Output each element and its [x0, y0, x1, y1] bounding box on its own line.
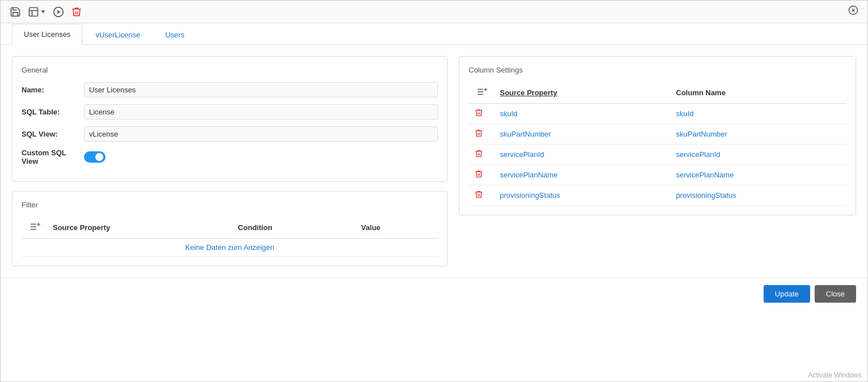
filter-no-data-row: Keine Daten zum Anzeigen — [22, 239, 438, 257]
column-name-cell: servicePlanName — [671, 165, 847, 185]
table-row: servicePlanNameservicePlanName — [469, 165, 846, 185]
delete-row-icon[interactable] — [474, 192, 483, 201]
main-window: ▼ User Licenses — [0, 0, 868, 382]
delete-row-icon[interactable] — [474, 151, 483, 160]
col-settings-name-header: Column Name — [671, 82, 847, 104]
save-icon[interactable] — [10, 6, 21, 18]
sql-view-input[interactable] — [84, 126, 438, 142]
delete-row-icon[interactable] — [474, 110, 483, 119]
tab-users[interactable]: Users — [153, 24, 196, 45]
left-panel: General Name: SQL Table: SQL View: Custo… — [12, 56, 448, 266]
svg-rect-0 — [30, 7, 38, 16]
col-settings-source-header: Source Property — [494, 82, 671, 104]
main-content: General Name: SQL Table: SQL View: Custo… — [1, 45, 867, 278]
tab-vuserlicense[interactable]: vUserLicense — [83, 24, 152, 45]
source-property-cell: skuPartNumber — [494, 124, 671, 145]
tab-user-licenses[interactable]: User Licenses — [12, 24, 82, 45]
filter-no-data: Keine Daten zum Anzeigen — [22, 239, 438, 257]
custom-sql-toggle-container — [84, 151, 106, 163]
filter-add-row-button[interactable] — [27, 222, 41, 232]
close-button[interactable]: Close — [815, 285, 856, 303]
sql-table-row: SQL Table: — [22, 104, 438, 120]
row-delete-cell — [469, 145, 494, 165]
footer: Update Close — [1, 278, 867, 309]
table-row: skuIdskuId — [469, 104, 846, 124]
name-label: Name: — [22, 86, 84, 94]
filter-source-property-header: Source Property — [47, 217, 232, 239]
row-delete-cell — [469, 104, 494, 124]
svg-marker-4 — [57, 10, 60, 14]
toolbar: ▼ — [1, 1, 867, 23]
sql-view-row: SQL View: — [22, 126, 438, 142]
column-name-cell: skuPartNumber — [671, 124, 847, 145]
column-add-row-button[interactable] — [474, 87, 488, 97]
play-icon[interactable] — [53, 6, 64, 18]
row-delete-cell — [469, 124, 494, 145]
source-property-cell: skuId — [494, 104, 671, 124]
sql-view-label: SQL View: — [22, 130, 84, 138]
activate-windows-watermark: Activate Windows — [808, 371, 862, 379]
column-settings-title: Column Settings — [469, 66, 846, 74]
delete-icon[interactable] — [71, 6, 82, 18]
table-row: skuPartNumberskuPartNumber — [469, 124, 846, 145]
custom-sql-label: Custom SQL View — [22, 148, 84, 165]
dropdown-arrow-icon: ▼ — [40, 9, 46, 15]
source-property-cell: provisioningStatus — [494, 185, 671, 206]
tabs-bar: User Licenses vUserLicense Users — [1, 23, 867, 45]
custom-sql-row: Custom SQL View — [22, 148, 438, 165]
name-input[interactable] — [84, 82, 438, 97]
table-row: servicePlanIdservicePlanId — [469, 145, 846, 165]
filter-section: Filter — [12, 191, 448, 266]
filter-title: Filter — [22, 201, 438, 209]
delete-row-icon[interactable] — [474, 171, 483, 180]
source-property-cell: servicePlanId — [494, 145, 671, 165]
update-button[interactable]: Update — [764, 285, 810, 303]
general-section: General Name: SQL Table: SQL View: Custo… — [12, 56, 448, 182]
right-panel: Column Settings — [459, 56, 856, 266]
name-row: Name: — [22, 82, 438, 97]
filter-table: Source Property Condition Value Keine Da… — [22, 217, 438, 257]
sql-table-label: SQL Table: — [22, 108, 84, 116]
sql-table-input[interactable] — [84, 104, 438, 120]
row-delete-cell — [469, 185, 494, 206]
column-name-cell: servicePlanId — [671, 145, 847, 165]
source-property-cell: servicePlanName — [494, 165, 671, 185]
save-dropdown[interactable]: ▼ — [28, 6, 46, 18]
column-name-cell: provisioningStatus — [671, 185, 847, 206]
delete-row-icon[interactable] — [474, 130, 483, 139]
column-settings-table: Source Property Column Name skuIdskuId s… — [469, 82, 846, 206]
filter-value-header: Value — [356, 217, 438, 239]
general-title: General — [22, 66, 438, 74]
row-delete-cell — [469, 165, 494, 185]
column-name-cell: skuId — [671, 104, 847, 124]
table-row: provisioningStatusprovisioningStatus — [469, 185, 846, 206]
filter-condition-header: Condition — [232, 217, 355, 239]
close-window-icon[interactable] — [848, 5, 858, 18]
custom-sql-toggle[interactable] — [84, 151, 106, 163]
column-settings-section: Column Settings — [459, 56, 856, 215]
